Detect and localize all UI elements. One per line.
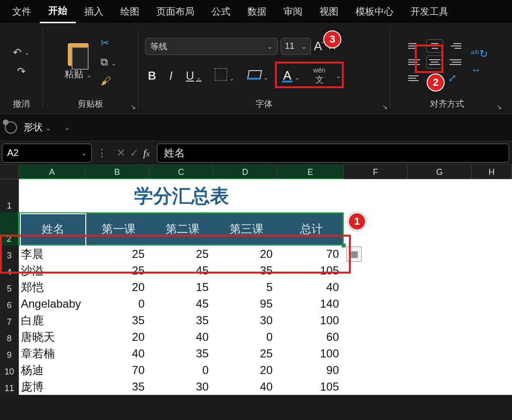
cell-value[interactable]: 25 xyxy=(213,345,277,362)
row-header-5[interactable]: 5 xyxy=(0,279,19,295)
cell-value[interactable]: 70 xyxy=(277,246,344,262)
header-cell[interactable]: 第一课 xyxy=(86,213,150,245)
cell-name[interactable]: 李晨 xyxy=(19,246,85,262)
header-cell[interactable]: 第二课 xyxy=(150,213,214,245)
row-header-8[interactable]: 8 xyxy=(0,329,19,345)
row-header-7[interactable]: 7 xyxy=(0,312,19,329)
menu-开发工具[interactable]: 开发工具 xyxy=(402,0,457,23)
select-all-corner[interactable] xyxy=(0,165,19,179)
cell-value[interactable]: 40 xyxy=(149,329,213,345)
cell-value[interactable]: 40 xyxy=(213,378,277,395)
underline-button[interactable]: U⌄ xyxy=(183,68,204,83)
cell-value[interactable]: 30 xyxy=(213,312,277,329)
name-box[interactable]: A2⌄ xyxy=(2,144,92,163)
row-header-1[interactable]: 1 xyxy=(0,179,19,212)
align-mid-center[interactable] xyxy=(426,55,443,69)
column-header-G[interactable]: G xyxy=(408,165,472,179)
shape-overflow[interactable]: ⌄ xyxy=(64,124,70,131)
bold-button[interactable]: B xyxy=(145,68,159,83)
column-header-C[interactable]: C xyxy=(149,165,213,179)
column-header-D[interactable]: D xyxy=(213,165,277,179)
cell-value[interactable]: 140 xyxy=(277,295,344,312)
cell-value[interactable]: 35 xyxy=(149,345,213,362)
cell-value[interactable]: 45 xyxy=(149,262,213,279)
fill-color-button[interactable]: ⌄ xyxy=(245,68,272,83)
shapes-button[interactable]: 形状 ⌄ xyxy=(24,121,51,134)
redo-button[interactable]: ↷ xyxy=(17,65,26,78)
cell-value[interactable]: 35 xyxy=(85,312,149,329)
spreadsheet-grid[interactable]: ABCDEFGH 1234567891011 学分汇总表姓名第一课第二课第三课总… xyxy=(0,165,512,397)
menu-绘图[interactable]: 绘图 xyxy=(112,0,148,23)
menu-页面布局[interactable]: 页面布局 xyxy=(148,0,203,23)
cell-value[interactable]: 35 xyxy=(213,262,277,279)
wrap-text-icon[interactable]: ↔ xyxy=(471,64,488,76)
font-name-select[interactable]: 等线⌄ xyxy=(145,38,278,55)
row-header-6[interactable]: 6 xyxy=(0,295,19,312)
font-launcher-icon[interactable]: ↘ xyxy=(382,103,388,110)
paste-button[interactable]: 粘贴 ⌄ xyxy=(64,43,92,81)
align-mid-left[interactable] xyxy=(406,55,423,69)
cell-value[interactable]: 0 xyxy=(213,329,277,345)
cell-value[interactable]: 0 xyxy=(149,362,213,378)
phonetic-button[interactable]: wén 文 xyxy=(311,65,329,86)
menu-模板中心[interactable]: 模板中心 xyxy=(347,0,402,23)
cell-value[interactable]: 90 xyxy=(277,362,344,378)
cell-value[interactable]: 100 xyxy=(277,312,344,329)
cell-name[interactable]: 郑恺 xyxy=(19,279,85,295)
header-cell[interactable]: 第三课 xyxy=(214,213,278,245)
alignment-launcher-icon[interactable]: ↘ xyxy=(496,103,502,110)
cell-value[interactable]: 105 xyxy=(277,378,344,395)
cell-value[interactable]: 40 xyxy=(85,345,149,362)
cell-value[interactable]: 60 xyxy=(277,329,344,345)
copy-icon[interactable]: ⧉ ⌄ xyxy=(101,56,117,68)
namebox-resize[interactable]: ⋮ xyxy=(97,147,107,159)
cell-value[interactable]: 35 xyxy=(149,312,213,329)
quick-analysis-icon[interactable]: ▦ xyxy=(347,247,362,262)
row-header-3[interactable]: 3 xyxy=(0,246,19,262)
header-row-selection[interactable]: 姓名第一课第二课第三课总计 xyxy=(19,212,344,246)
fx-icon[interactable]: fx xyxy=(143,147,149,159)
menu-文件[interactable]: 文件 xyxy=(4,0,40,23)
text-orientation-icon[interactable]: ᵃᵇ↻ xyxy=(471,48,488,60)
cell-name[interactable]: 沙溢 xyxy=(19,262,85,279)
font-color-button[interactable]: A⌄ xyxy=(279,68,302,83)
cell-name[interactable]: 章若楠 xyxy=(19,345,85,362)
menu-开始[interactable]: 开始 xyxy=(40,0,76,23)
cut-icon[interactable]: ✂ xyxy=(101,37,117,49)
align-mid-right[interactable] xyxy=(446,55,463,69)
header-cell[interactable]: 总计 xyxy=(278,213,345,245)
font-size-select[interactable]: 11⌄ xyxy=(281,38,311,55)
orientation-button[interactable]: ⤢ xyxy=(446,72,463,85)
cell-value[interactable]: 15 xyxy=(149,279,213,295)
clipboard-launcher-icon[interactable]: ↘ xyxy=(130,103,136,110)
menu-公式[interactable]: 公式 xyxy=(203,0,239,23)
indent-decrease[interactable] xyxy=(406,72,423,85)
border-button[interactable]: ⌄ xyxy=(212,67,238,84)
header-cell[interactable]: 姓名 xyxy=(20,213,86,245)
column-header-B[interactable]: B xyxy=(85,165,149,179)
align-top-right[interactable] xyxy=(446,39,463,53)
menu-数据[interactable]: 数据 xyxy=(239,0,275,23)
cell-value[interactable]: 35 xyxy=(85,378,149,395)
cell-value[interactable]: 5 xyxy=(213,279,277,295)
row-header-10[interactable]: 10 xyxy=(0,362,19,378)
column-header-E[interactable]: E xyxy=(277,165,344,179)
cell-name[interactable]: 唐晓天 xyxy=(19,329,85,345)
cell-value[interactable]: 45 xyxy=(149,295,213,312)
menu-视图[interactable]: 视图 xyxy=(311,0,347,23)
cell-value[interactable]: 20 xyxy=(85,329,149,345)
cell-name[interactable]: 杨迪 xyxy=(19,362,85,378)
formula-input[interactable]: 姓名 xyxy=(157,144,509,163)
cell-value[interactable]: 95 xyxy=(213,295,277,312)
menu-插入[interactable]: 插入 xyxy=(76,0,112,23)
row-header-4[interactable]: 4 xyxy=(0,262,19,279)
align-top-left[interactable] xyxy=(406,39,423,53)
cell-value[interactable]: 70 xyxy=(85,362,149,378)
align-top-center[interactable] xyxy=(426,39,443,53)
cell-name[interactable]: 庞博 xyxy=(19,378,85,395)
row-header-2[interactable]: 2 xyxy=(0,212,19,246)
cell-value[interactable]: 105 xyxy=(277,262,344,279)
cell-name[interactable]: 白鹿 xyxy=(19,312,85,329)
cell-value[interactable]: 30 xyxy=(149,378,213,395)
cell-value[interactable]: 25 xyxy=(149,246,213,262)
